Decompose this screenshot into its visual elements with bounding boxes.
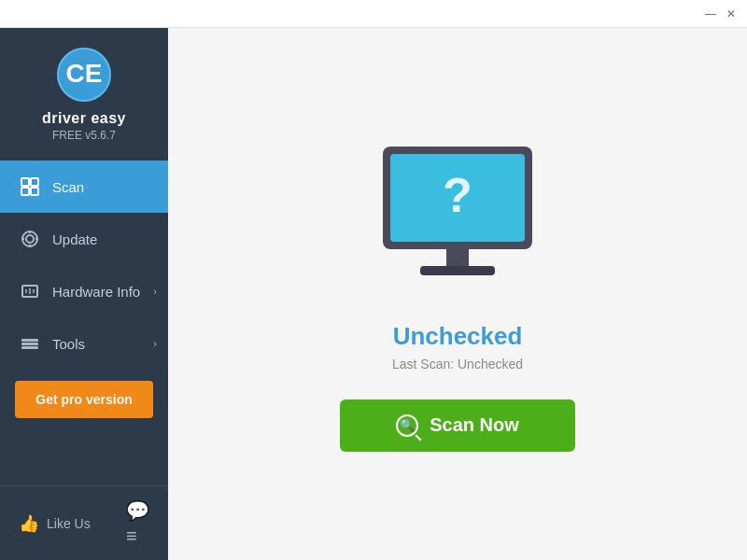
like-us-label: Like Us: [47, 516, 91, 531]
scan-now-label: Scan Now: [430, 414, 519, 436]
get-pro-button[interactable]: Get pro version: [15, 381, 153, 418]
close-button[interactable]: ✕: [723, 6, 740, 22]
last-scan-label: Last Scan: Unchecked: [392, 357, 523, 371]
list-icon[interactable]: ≡: [126, 525, 149, 547]
sidebar-logo: CE driver easy FREE v5.6.7: [0, 28, 168, 161]
svg-rect-22: [446, 249, 469, 266]
monitor-illustration: ?: [364, 137, 551, 300]
svg-rect-4: [21, 188, 29, 195]
svg-text:CE: CE: [66, 59, 103, 88]
sidebar: CE driver easy FREE v5.6.7 Scan: [0, 28, 168, 560]
sidebar-item-scan[interactable]: Scan: [0, 161, 168, 213]
scan-icon: [19, 175, 41, 198]
svg-rect-17: [21, 343, 38, 345]
sidebar-scan-label: Scan: [52, 179, 149, 195]
thumbs-up-icon: 👍: [19, 513, 39, 534]
app-logo-icon: CE: [56, 47, 112, 103]
sidebar-tools-label: Tools: [52, 336, 149, 352]
status-title: Unchecked: [393, 322, 523, 351]
update-icon: [19, 228, 41, 250]
chat-icon[interactable]: 💬: [126, 499, 149, 522]
sidebar-bottom: 👍 Like Us 💬 ≡: [0, 485, 168, 560]
tools-chevron-icon: ›: [153, 338, 157, 349]
monitor-svg: ?: [364, 137, 551, 296]
hardware-icon: [19, 280, 41, 302]
svg-rect-3: [31, 178, 38, 186]
sidebar-item-tools[interactable]: Tools ›: [0, 317, 168, 370]
sidebar-hardware-label: Hardware Info: [52, 284, 149, 300]
scan-now-button[interactable]: 🔍 Scan Now: [340, 399, 575, 452]
like-us-button[interactable]: 👍 Like Us: [19, 513, 91, 534]
svg-rect-16: [21, 339, 38, 342]
svg-text:?: ?: [443, 168, 472, 222]
svg-rect-23: [420, 266, 495, 275]
app-container: CE driver easy FREE v5.6.7 Scan: [0, 28, 747, 560]
svg-point-6: [22, 231, 37, 246]
main-content: ? Unchecked Last Scan: Unchecked 🔍 Scan …: [168, 28, 747, 560]
sidebar-item-update[interactable]: Update: [0, 213, 168, 265]
svg-rect-2: [21, 178, 29, 186]
titlebar: — ✕: [0, 0, 747, 28]
sidebar-update-label: Update: [52, 231, 149, 247]
scan-now-icon: 🔍: [396, 414, 418, 437]
logo-version: FREE v5.6.7: [52, 129, 116, 142]
svg-rect-18: [21, 346, 38, 349]
svg-point-7: [26, 235, 34, 243]
tools-icon: [19, 332, 41, 355]
hardware-info-chevron-icon: ›: [153, 286, 157, 297]
svg-rect-5: [31, 188, 38, 195]
sidebar-item-hardware-info[interactable]: Hardware Info ›: [0, 265, 168, 317]
logo-text: driver easy: [42, 110, 126, 127]
minimize-button[interactable]: —: [702, 6, 719, 22]
